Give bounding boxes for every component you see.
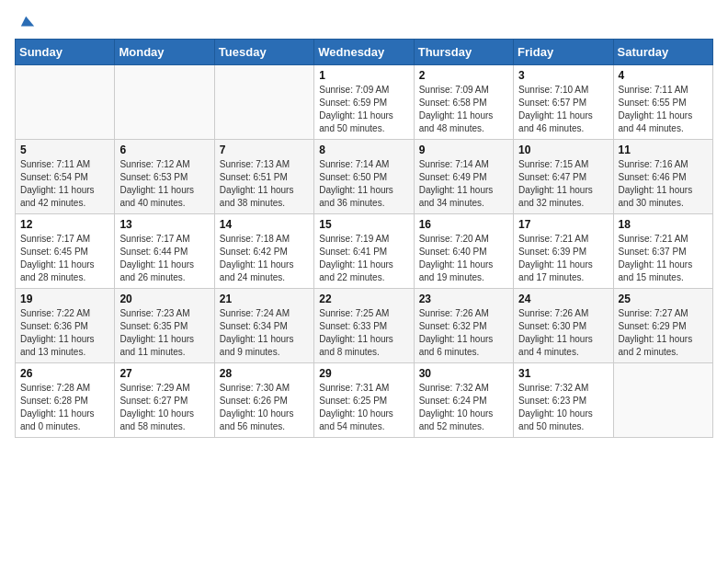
- day-info: Sunrise: 7:29 AM Sunset: 6:27 PM Dayligh…: [119, 382, 209, 433]
- calendar-cell: 17Sunrise: 7:21 AM Sunset: 6:39 PM Dayli…: [514, 214, 613, 289]
- day-number: 31: [518, 367, 608, 380]
- day-number: 18: [619, 218, 708, 231]
- day-number: 8: [319, 144, 408, 156]
- day-info: Sunrise: 7:32 AM Sunset: 6:23 PM Dayligh…: [518, 382, 608, 433]
- calendar-cell: [16, 65, 115, 140]
- day-info: Sunrise: 7:23 AM Sunset: 6:35 PM Dayligh…: [119, 307, 209, 359]
- day-info: Sunrise: 7:25 AM Sunset: 6:33 PM Dayligh…: [319, 307, 408, 359]
- calendar-table: SundayMondayTuesdayWednesdayThursdayFrid…: [15, 39, 713, 438]
- calendar-cell: 14Sunrise: 7:18 AM Sunset: 6:42 PM Dayli…: [214, 214, 313, 289]
- calendar-day-header: Thursday: [414, 40, 513, 65]
- calendar-cell: 11Sunrise: 7:16 AM Sunset: 6:46 PM Dayli…: [613, 140, 712, 214]
- day-number: 13: [119, 218, 209, 231]
- day-info: Sunrise: 7:24 AM Sunset: 6:34 PM Dayligh…: [220, 307, 309, 359]
- day-number: 28: [220, 367, 309, 380]
- day-number: 9: [419, 144, 508, 156]
- day-info: Sunrise: 7:21 AM Sunset: 6:37 PM Dayligh…: [619, 233, 708, 284]
- calendar-cell: [613, 363, 712, 438]
- calendar-cell: 13Sunrise: 7:17 AM Sunset: 6:44 PM Dayli…: [115, 214, 214, 289]
- calendar-cell: 16Sunrise: 7:20 AM Sunset: 6:40 PM Dayli…: [414, 214, 513, 289]
- day-number: 22: [319, 293, 408, 305]
- calendar-cell: 1Sunrise: 7:09 AM Sunset: 6:59 PM Daylig…: [314, 65, 414, 140]
- day-number: 19: [20, 293, 109, 305]
- day-number: 17: [518, 218, 608, 231]
- calendar-cell: 12Sunrise: 7:17 AM Sunset: 6:45 PM Dayli…: [16, 214, 115, 289]
- logo: [18, 17, 36, 31]
- calendar-week-row: 1Sunrise: 7:09 AM Sunset: 6:59 PM Daylig…: [16, 65, 713, 140]
- calendar-cell: 19Sunrise: 7:22 AM Sunset: 6:36 PM Dayli…: [16, 289, 115, 363]
- day-info: Sunrise: 7:09 AM Sunset: 6:59 PM Dayligh…: [319, 84, 408, 135]
- calendar-cell: 30Sunrise: 7:32 AM Sunset: 6:24 PM Dayli…: [414, 363, 513, 438]
- day-info: Sunrise: 7:27 AM Sunset: 6:29 PM Dayligh…: [619, 307, 708, 359]
- day-info: Sunrise: 7:31 AM Sunset: 6:25 PM Dayligh…: [319, 382, 408, 433]
- day-number: 15: [319, 218, 408, 231]
- calendar-cell: 22Sunrise: 7:25 AM Sunset: 6:33 PM Dayli…: [314, 289, 414, 363]
- day-number: 5: [20, 144, 109, 156]
- calendar-cell: 31Sunrise: 7:32 AM Sunset: 6:23 PM Dayli…: [514, 363, 613, 438]
- day-number: 24: [518, 293, 608, 305]
- calendar-week-row: 19Sunrise: 7:22 AM Sunset: 6:36 PM Dayli…: [16, 289, 713, 363]
- calendar-cell: 15Sunrise: 7:19 AM Sunset: 6:41 PM Dayli…: [314, 214, 414, 289]
- day-number: 3: [518, 69, 608, 82]
- day-info: Sunrise: 7:14 AM Sunset: 6:49 PM Dayligh…: [419, 158, 508, 210]
- calendar-week-row: 5Sunrise: 7:11 AM Sunset: 6:54 PM Daylig…: [16, 140, 713, 214]
- day-number: 21: [220, 293, 309, 305]
- day-info: Sunrise: 7:12 AM Sunset: 6:53 PM Dayligh…: [119, 158, 209, 210]
- calendar-cell: 24Sunrise: 7:26 AM Sunset: 6:30 PM Dayli…: [514, 289, 613, 363]
- day-number: 1: [319, 69, 408, 82]
- header: [9, 9, 719, 35]
- calendar-day-header: Saturday: [613, 40, 712, 65]
- day-info: Sunrise: 7:30 AM Sunset: 6:26 PM Dayligh…: [220, 382, 309, 433]
- calendar-cell: 21Sunrise: 7:24 AM Sunset: 6:34 PM Dayli…: [214, 289, 313, 363]
- day-info: Sunrise: 7:17 AM Sunset: 6:45 PM Dayligh…: [20, 233, 109, 284]
- calendar-cell: 8Sunrise: 7:14 AM Sunset: 6:50 PM Daylig…: [314, 140, 414, 214]
- day-info: Sunrise: 7:14 AM Sunset: 6:50 PM Dayligh…: [319, 158, 408, 210]
- day-info: Sunrise: 7:26 AM Sunset: 6:32 PM Dayligh…: [419, 307, 508, 359]
- day-number: 2: [419, 69, 508, 82]
- day-info: Sunrise: 7:10 AM Sunset: 6:57 PM Dayligh…: [518, 84, 608, 135]
- day-number: 30: [419, 367, 508, 380]
- svg-marker-0: [21, 17, 34, 27]
- day-info: Sunrise: 7:09 AM Sunset: 6:58 PM Dayligh…: [419, 84, 508, 135]
- calendar-cell: 10Sunrise: 7:15 AM Sunset: 6:47 PM Dayli…: [514, 140, 613, 214]
- calendar-header-row: SundayMondayTuesdayWednesdayThursdayFrid…: [16, 40, 713, 65]
- day-number: 10: [518, 144, 608, 156]
- calendar-cell: 4Sunrise: 7:11 AM Sunset: 6:55 PM Daylig…: [613, 65, 712, 140]
- day-number: 26: [20, 367, 109, 380]
- calendar-cell: 26Sunrise: 7:28 AM Sunset: 6:28 PM Dayli…: [16, 363, 115, 438]
- day-info: Sunrise: 7:17 AM Sunset: 6:44 PM Dayligh…: [119, 233, 209, 284]
- day-number: 16: [419, 218, 508, 231]
- day-number: 4: [619, 69, 708, 82]
- day-number: 20: [119, 293, 209, 305]
- calendar-cell: 27Sunrise: 7:29 AM Sunset: 6:27 PM Dayli…: [115, 363, 214, 438]
- logo-triangle-icon: [19, 15, 36, 31]
- calendar-cell: 25Sunrise: 7:27 AM Sunset: 6:29 PM Dayli…: [613, 289, 712, 363]
- day-info: Sunrise: 7:13 AM Sunset: 6:51 PM Dayligh…: [220, 158, 309, 210]
- calendar-day-header: Sunday: [16, 40, 115, 65]
- day-info: Sunrise: 7:11 AM Sunset: 6:54 PM Dayligh…: [20, 158, 109, 210]
- day-number: 27: [119, 367, 209, 380]
- day-info: Sunrise: 7:16 AM Sunset: 6:46 PM Dayligh…: [619, 158, 708, 210]
- calendar-cell: 6Sunrise: 7:12 AM Sunset: 6:53 PM Daylig…: [115, 140, 214, 214]
- calendar-cell: [115, 65, 214, 140]
- calendar-cell: 2Sunrise: 7:09 AM Sunset: 6:58 PM Daylig…: [414, 65, 513, 140]
- day-info: Sunrise: 7:22 AM Sunset: 6:36 PM Dayligh…: [20, 307, 109, 359]
- calendar-cell: 28Sunrise: 7:30 AM Sunset: 6:26 PM Dayli…: [214, 363, 313, 438]
- day-info: Sunrise: 7:32 AM Sunset: 6:24 PM Dayligh…: [419, 382, 508, 433]
- calendar-cell: 23Sunrise: 7:26 AM Sunset: 6:32 PM Dayli…: [414, 289, 513, 363]
- calendar-cell: [214, 65, 313, 140]
- calendar-week-row: 12Sunrise: 7:17 AM Sunset: 6:45 PM Dayli…: [16, 214, 713, 289]
- day-info: Sunrise: 7:15 AM Sunset: 6:47 PM Dayligh…: [518, 158, 608, 210]
- calendar: SundayMondayTuesdayWednesdayThursdayFrid…: [9, 39, 719, 445]
- day-number: 23: [419, 293, 508, 305]
- calendar-cell: 18Sunrise: 7:21 AM Sunset: 6:37 PM Dayli…: [613, 214, 712, 289]
- calendar-cell: 7Sunrise: 7:13 AM Sunset: 6:51 PM Daylig…: [214, 140, 313, 214]
- day-info: Sunrise: 7:18 AM Sunset: 6:42 PM Dayligh…: [220, 233, 309, 284]
- day-info: Sunrise: 7:26 AM Sunset: 6:30 PM Dayligh…: [518, 307, 608, 359]
- calendar-day-header: Wednesday: [314, 40, 414, 65]
- calendar-day-header: Tuesday: [214, 40, 313, 65]
- day-info: Sunrise: 7:28 AM Sunset: 6:28 PM Dayligh…: [20, 382, 109, 433]
- calendar-cell: 29Sunrise: 7:31 AM Sunset: 6:25 PM Dayli…: [314, 363, 414, 438]
- day-number: 6: [119, 144, 209, 156]
- day-number: 11: [619, 144, 708, 156]
